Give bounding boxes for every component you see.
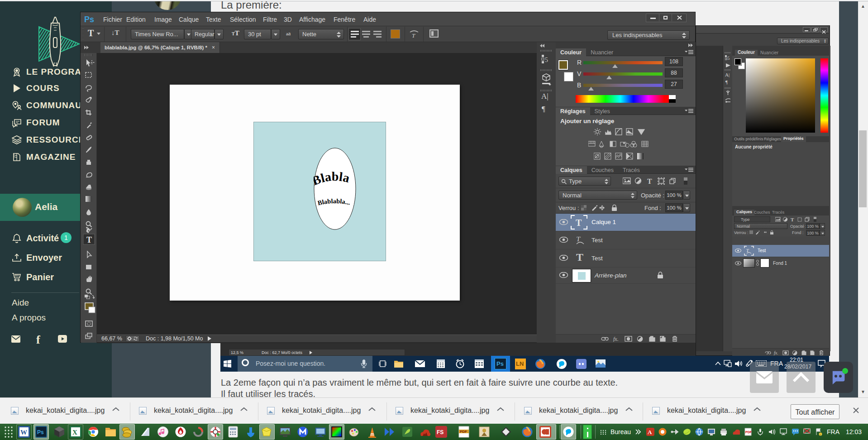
svg-text:T: T — [791, 217, 794, 222]
svg-text:5: 5 — [545, 57, 548, 63]
svg-text:T: T — [647, 177, 652, 185]
svg-text:A: A — [648, 429, 652, 435]
svg-text:Ps: Ps — [37, 429, 44, 435]
svg-text:T: T — [576, 252, 583, 263]
svg-text:PDF: PDF — [745, 430, 752, 434]
svg-text:T: T — [412, 32, 415, 38]
svg-text:T: T — [576, 235, 581, 243]
svg-text:T: T — [86, 235, 92, 244]
svg-text:fx.: fx. — [774, 350, 778, 355]
svg-text:+: + — [627, 129, 630, 133]
svg-text:T: T — [576, 218, 582, 228]
svg-text:PDF: PDF — [460, 430, 467, 434]
svg-text:FS: FS — [437, 429, 444, 435]
svg-text:fx.: fx. — [613, 336, 619, 342]
svg-text:X: X — [72, 429, 77, 436]
svg-text:5: 5 — [727, 55, 730, 61]
svg-text:!: ! — [820, 433, 821, 436]
svg-text:W: W — [20, 429, 27, 436]
